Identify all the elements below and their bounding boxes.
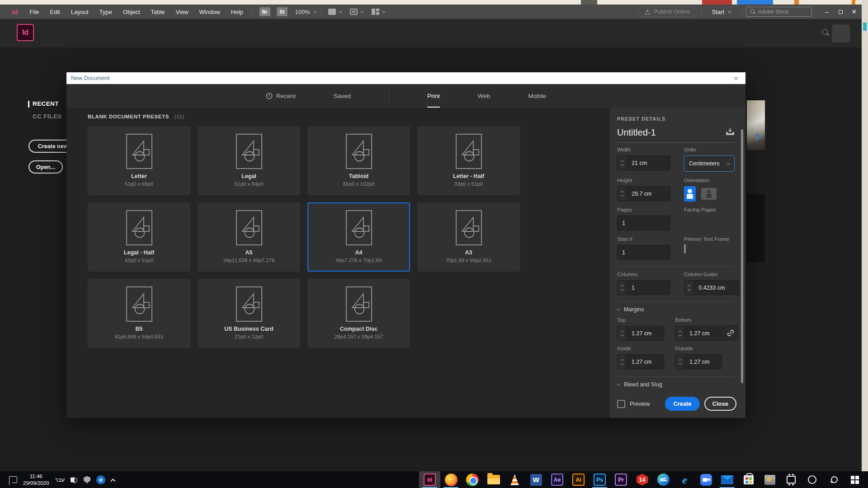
height-field[interactable]: 29.7 cm (617, 186, 670, 201)
taskbar-disk-utility[interactable] (759, 471, 780, 488)
primary-text-frame-checkbox[interactable] (684, 244, 686, 253)
taskbar-indesign[interactable]: Id (419, 471, 440, 488)
orientation-landscape-button[interactable] (701, 188, 717, 200)
margin-inside-field[interactable]: 1.27 cm (617, 354, 664, 369)
taskbar-word[interactable]: W (525, 471, 547, 488)
preview-checkbox[interactable] (617, 400, 625, 408)
save-preset-icon[interactable] (726, 128, 735, 137)
taskbar-edge[interactable] (653, 471, 674, 488)
close-button[interactable]: Close (704, 397, 736, 411)
volume-icon[interactable] (71, 477, 78, 483)
arrange-documents-dropdown[interactable] (372, 9, 385, 15)
start-button[interactable] (844, 471, 865, 488)
preset-card-compact-disc[interactable]: Compact Disc28p4.157 x 28p4.157 (307, 279, 410, 348)
tab-saved[interactable]: Saved (334, 84, 351, 108)
stepper-icon[interactable] (675, 355, 685, 369)
taskbar-firefox[interactable] (440, 471, 462, 488)
menu-help[interactable]: Help (226, 5, 249, 19)
menu-type[interactable]: Type (94, 5, 118, 19)
preset-card-b5[interactable]: B541p6.898 x 59p0.661 (88, 279, 190, 348)
document-name-field[interactable]: Untitled-1 (617, 127, 656, 138)
dialog-close-icon[interactable]: × (731, 75, 741, 82)
taskbar-mail[interactable] (717, 471, 738, 488)
taskbar-vlc[interactable] (504, 471, 525, 488)
action-center-icon[interactable] (9, 476, 17, 483)
tab-recent[interactable]: Recent (266, 84, 296, 108)
tray-e-icon[interactable]: e (96, 475, 105, 484)
orientation-portrait-button[interactable] (684, 186, 696, 202)
show-hidden-icons-icon[interactable] (110, 479, 115, 483)
link-margins-button[interactable] (723, 325, 738, 341)
tab-mobile[interactable]: Mobile (528, 84, 546, 108)
columns-field[interactable]: 1 (617, 280, 670, 295)
language-indicator[interactable]: עבר (55, 477, 65, 483)
taskbar-chrome[interactable] (462, 471, 483, 488)
taskbar-cortana[interactable] (802, 471, 823, 488)
bleed-slug-section-header[interactable]: Bleed and Slug (617, 381, 735, 388)
adobe-stock-search[interactable] (746, 7, 812, 17)
taskbar-photoshop[interactable]: Ps (589, 471, 610, 488)
taskbar-task-view[interactable] (780, 471, 802, 488)
stepper-icon[interactable] (618, 355, 627, 369)
taskbar-store[interactable] (738, 471, 759, 488)
preset-card-letter-half[interactable]: Letter - Half33p0 x 51p0 (417, 126, 520, 195)
taskbar-premiere[interactable]: Pr (610, 471, 632, 488)
minimize-button[interactable]: – (820, 5, 834, 19)
preset-card-tabloid[interactable]: Tabloid66p0 x 102p0 (307, 126, 410, 195)
taskbar-zoom-app[interactable] (695, 471, 717, 488)
create-button[interactable]: Create (665, 397, 699, 411)
tab-print[interactable]: Print (427, 84, 440, 108)
menu-layout[interactable]: Layout (66, 5, 94, 19)
menu-window[interactable]: Window (194, 5, 226, 19)
margin-top-field[interactable]: 1.27 cm (617, 326, 664, 341)
taskbar-app-14[interactable]: 14 (632, 471, 653, 488)
open-button[interactable]: Open... (28, 160, 63, 174)
stepper-icon[interactable] (618, 187, 627, 201)
antivirus-tray-icon[interactable] (84, 476, 90, 483)
taskbar-after-effects[interactable]: Ae (547, 471, 568, 488)
menu-view[interactable]: View (170, 5, 194, 19)
tab-web[interactable]: Web (478, 84, 491, 108)
adobe-stock-search-input[interactable] (758, 9, 803, 15)
stock-button[interactable]: St (277, 7, 288, 16)
margin-outside-field[interactable]: 1.27 cm (675, 354, 722, 369)
preset-card-letter[interactable]: Letter51p0 x 66p0 (88, 126, 190, 195)
stepper-icon[interactable] (618, 281, 627, 295)
taskbar-file-explorer[interactable] (483, 471, 504, 488)
menu-table[interactable]: Table (146, 5, 170, 19)
preset-card-us-business-card[interactable]: US Business Card21p0 x 12p0 (198, 279, 300, 348)
taskbar-internet-explorer[interactable]: e (674, 471, 695, 488)
taskbar-clock[interactable]: 11:46 29/09/2020 (23, 473, 49, 487)
maximize-button[interactable] (834, 5, 847, 19)
menu-object[interactable]: Object (118, 5, 146, 19)
taskbar-search[interactable] (823, 471, 844, 488)
preset-card-a5[interactable]: A534p11.528 x 49p7.276 (198, 202, 300, 272)
zoom-level-value[interactable]: 100% (295, 9, 310, 15)
preview-toggle[interactable]: Preview (617, 400, 650, 408)
chevron-down-icon[interactable] (313, 9, 317, 13)
stepper-icon[interactable] (618, 156, 627, 170)
publish-online-button[interactable]: Publish Online (638, 7, 697, 17)
units-select[interactable]: Centimeters (684, 155, 735, 172)
recent-file-thumbnail[interactable] (747, 100, 765, 150)
taskbar-illustrator[interactable]: Ai (568, 471, 589, 488)
close-window-button[interactable]: ✕ (847, 5, 861, 19)
stepper-icon[interactable] (618, 326, 627, 340)
start-number-field[interactable]: 1 (617, 245, 670, 260)
avatar[interactable] (832, 24, 850, 42)
column-gutter-field[interactable]: 0.4233 cm (684, 280, 739, 295)
screen-mode-dropdown[interactable] (350, 9, 363, 15)
view-options-dropdown[interactable] (328, 9, 342, 15)
margin-bottom-field[interactable]: 1.27 cm (675, 326, 722, 341)
start-workspace-dropdown[interactable]: Start (712, 9, 731, 15)
stepper-icon[interactable] (684, 281, 694, 295)
sidebar-item-cc-files[interactable]: CC FILES (33, 113, 62, 120)
bridge-button[interactable]: Br (259, 7, 270, 16)
panel-scrollbar[interactable] (741, 129, 743, 383)
menu-edit[interactable]: Edit (44, 5, 65, 19)
pages-field[interactable]: 1 (617, 216, 670, 230)
preset-card-a4[interactable]: A449p7.276 x 70p1.89 (307, 202, 410, 272)
preset-card-legal[interactable]: Legal51p0 x 84p0 (198, 126, 300, 195)
stepper-icon[interactable] (675, 326, 685, 340)
width-field[interactable]: 21 cm (617, 155, 670, 170)
